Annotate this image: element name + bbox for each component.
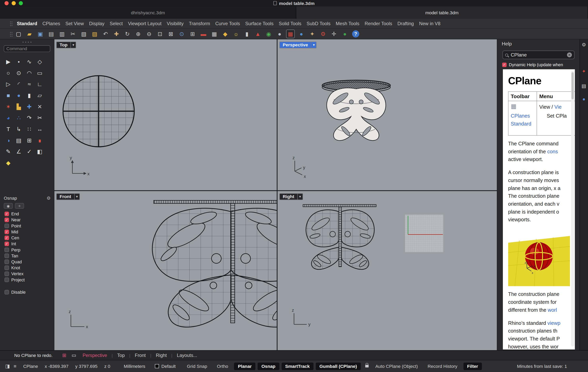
pan-hand-icon[interactable]: ✚: [112, 30, 121, 38]
panel-tab-sheet-icon[interactable]: ▤: [582, 83, 586, 89]
status-toggle-smarttrack[interactable]: SmartTrack: [282, 362, 314, 370]
command-input[interactable]: [4, 45, 50, 52]
sphere-tool-icon[interactable]: ●: [13, 90, 24, 100]
curve-interp-tool-icon[interactable]: ◇: [34, 57, 45, 67]
zoom-out-icon[interactable]: ⊖: [145, 30, 153, 38]
plane-tool-icon[interactable]: ▱: [34, 90, 45, 100]
osnap-knot-checkbox[interactable]: [5, 265, 9, 270]
help-link[interactable]: worl: [548, 307, 557, 313]
osnap-cen-checkbox[interactable]: ✓: [5, 236, 9, 240]
dynamic-help-checkbox[interactable]: ✓: [502, 62, 507, 67]
panel-tab-sphere-icon[interactable]: ●: [582, 97, 585, 101]
circle-tool-icon[interactable]: ○: [3, 68, 13, 78]
viewport-top-label[interactable]: Top ▼: [56, 42, 76, 48]
viewport-layout-icon[interactable]: ⊞: [188, 30, 197, 38]
undo-icon[interactable]: ↶: [101, 30, 110, 38]
osnap-near[interactable]: ✓Near: [0, 217, 54, 223]
shade-sphere-tool-icon[interactable]: ◕: [3, 113, 13, 123]
box-tool-icon[interactable]: ■: [3, 90, 13, 100]
menu-solid-tools[interactable]: Solid Tools: [276, 19, 304, 29]
color-wheel-icon[interactable]: ◉: [264, 30, 273, 38]
layers-tool-icon[interactable]: ▤: [13, 135, 24, 145]
minimize-window-button[interactable]: [12, 1, 16, 5]
shaded-sphere-icon[interactable]: ●: [297, 30, 305, 38]
osnap-int-checkbox[interactable]: ✓: [5, 241, 9, 246]
text-tool-icon[interactable]: T: [3, 124, 13, 134]
zoom-window-button[interactable]: [19, 1, 23, 5]
osnap-mid[interactable]: ✓Mid: [0, 229, 54, 235]
osnap-gear-icon[interactable]: ⚙: [47, 196, 51, 201]
menu-cplanes[interactable]: CPlanes: [40, 19, 63, 29]
menu-transform[interactable]: Transform: [186, 19, 213, 29]
rotate-view-icon[interactable]: ↻: [123, 30, 132, 38]
four-viewport-layout-icon[interactable]: ⊞: [62, 352, 66, 358]
help-scrollbar[interactable]: [571, 71, 574, 346]
viewport-toggle-icon[interactable]: ◨: [5, 363, 10, 369]
curve-tool-icon[interactable]: ∿: [24, 57, 34, 67]
toolbar-grip[interactable]: [10, 21, 13, 26]
surface-tools-tool-icon[interactable]: ◑: [3, 135, 13, 145]
render-sphere-icon[interactable]: ●: [275, 30, 284, 38]
menu-standard[interactable]: Standard: [14, 19, 40, 29]
explode-tool-icon[interactable]: ✶: [3, 101, 13, 112]
menu-visibility[interactable]: Visibility: [164, 19, 186, 29]
open-folder-icon[interactable]: ▰: [25, 30, 34, 38]
angle-tool-icon[interactable]: ∠: [13, 147, 24, 157]
help-link-standard[interactable]: Standard: [511, 120, 534, 128]
cylinder-tool-icon[interactable]: ▮: [24, 90, 34, 100]
active-layer-chip[interactable]: Default: [155, 363, 176, 369]
menu-render-tools[interactable]: Render Tools: [362, 19, 395, 29]
menu-drafting[interactable]: Drafting: [395, 19, 417, 29]
osnap-quad-checkbox[interactable]: [5, 260, 9, 264]
status-toggle-planar[interactable]: Planar: [234, 362, 255, 370]
rebuild-tool-icon[interactable]: ↷: [24, 113, 34, 123]
zoom-in-icon[interactable]: ⊕: [134, 30, 142, 38]
status-toggle-ortho[interactable]: Ortho: [213, 362, 232, 370]
paint-tool-icon[interactable]: ◆: [3, 158, 13, 168]
chevron-down-icon[interactable]: ▼: [74, 194, 79, 200]
help-link[interactable]: Vie: [554, 104, 561, 110]
polygon-tool-icon[interactable]: ▷: [3, 79, 13, 89]
display-car-icon[interactable]: ▬: [199, 30, 208, 38]
cplane-grid-icon[interactable]: ▦: [286, 30, 294, 38]
viewport-tab-perspective[interactable]: Perspective: [83, 352, 107, 358]
status-toggle-grid-snap[interactable]: Grid Snap: [183, 362, 211, 370]
osnap-int[interactable]: ✓Int: [0, 241, 54, 247]
viewport-top[interactable]: Top ▼: [54, 39, 277, 190]
menu-subd-tools[interactable]: SubD Tools: [304, 19, 333, 29]
osnap-perp-checkbox[interactable]: [5, 248, 9, 252]
move-widget-icon[interactable]: ✛: [330, 30, 338, 38]
lock-icon[interactable]: ▮: [242, 30, 251, 38]
osnap-tan-checkbox[interactable]: [5, 254, 9, 258]
status-cplane[interactable]: CPlane: [23, 363, 38, 369]
osnap-vertex[interactable]: Vertex: [0, 271, 54, 277]
document-tab-active[interactable]: model table.3dm: [296, 6, 588, 19]
osnap-knot[interactable]: Knot: [0, 265, 54, 271]
export-icon[interactable]: ▥: [58, 30, 66, 38]
chevron-down-icon[interactable]: ▼: [71, 42, 76, 48]
edit-curve-tool-icon[interactable]: ✎: [3, 147, 13, 157]
point-cloud-tool-icon[interactable]: ∴: [13, 113, 24, 123]
extend-tool-icon[interactable]: ∟: [34, 79, 45, 89]
zoom-selected-icon[interactable]: ⊙: [177, 30, 186, 38]
select-tool-icon[interactable]: ▶: [3, 57, 13, 67]
paste-icon[interactable]: ▨: [90, 30, 99, 38]
menu-display[interactable]: Display: [86, 19, 107, 29]
trim-tool-icon[interactable]: ✂: [34, 113, 45, 123]
viewport-right-label[interactable]: Right ▼: [279, 193, 303, 200]
intersect-tool-icon[interactable]: ✕: [34, 101, 45, 112]
chevron-down-icon[interactable]: ▼: [297, 194, 302, 200]
glove-icon[interactable]: ✦: [308, 30, 316, 38]
viewport-right[interactable]: Right ▼: [278, 191, 497, 350]
document-tab-inactive[interactable]: dhrishyacnc.3dm: [0, 6, 296, 19]
lamp-icon[interactable]: ☼: [232, 30, 240, 38]
check-tool-icon[interactable]: ✓: [24, 147, 34, 157]
osnap-end-checkbox[interactable]: ✓: [5, 211, 9, 216]
osnap-filter-button[interactable]: ✧: [15, 203, 24, 209]
toolbar-grip-2[interactable]: [10, 31, 13, 37]
close-window-button[interactable]: [5, 1, 9, 5]
osnap-vertex-checkbox[interactable]: [5, 272, 9, 276]
block-tool-icon[interactable]: ∎: [34, 135, 45, 145]
leader-tool-icon[interactable]: ↳: [13, 124, 24, 134]
zoom-extents-icon[interactable]: ⊠: [167, 30, 175, 38]
